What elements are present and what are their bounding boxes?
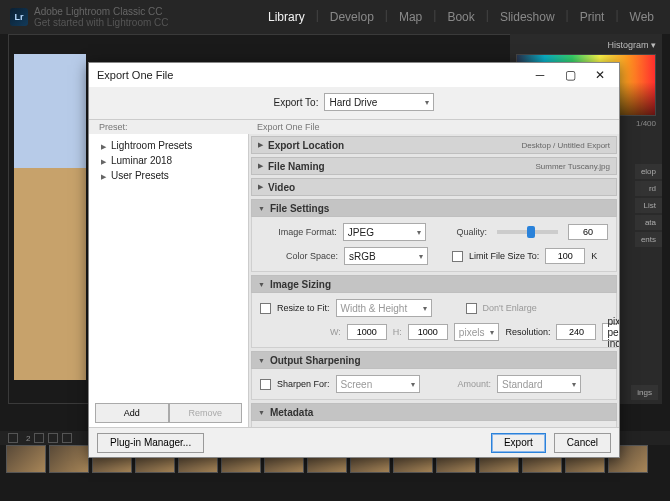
nav-slideshow[interactable]: Slideshow [494,8,561,26]
export-to-select[interactable]: Hard Drive [324,93,434,111]
app-name: Adobe Lightroom Classic CC [34,6,169,17]
preview-image [14,54,86,380]
section-output-sharpening[interactable]: ▼Output Sharpening [251,351,617,369]
dialog-title: Export One File [97,69,173,81]
section-image-sizing[interactable]: ▼Image Sizing [251,275,617,293]
sharpen-checkbox[interactable] [260,379,271,390]
preset-item[interactable]: Lightroom Presets [95,138,242,153]
side-tab[interactable]: ents [635,232,662,247]
dont-enlarge-label: Don't Enlarge [483,303,537,313]
limit-filesize-checkbox[interactable] [452,251,463,262]
cancel-button[interactable]: Cancel [554,433,611,453]
preset-item[interactable]: Luminar 2018 [95,153,242,168]
module-nav: Library| Develop| Map| Book| Slideshow| … [262,8,660,26]
view-icon[interactable] [34,433,44,443]
side-tab[interactable]: List [635,198,662,213]
app-topbar: Lr Adobe Lightroom Classic CC Get starte… [0,0,670,34]
section-video[interactable]: ▶Video [251,178,617,196]
add-preset-button[interactable]: Add [95,403,169,423]
thumb-index: 2 [26,434,30,443]
dont-enlarge-checkbox[interactable] [466,303,477,314]
sharpen-label: Sharpen For: [277,379,330,389]
nav-map[interactable]: Map [393,8,428,26]
section-metadata[interactable]: ▼Metadata [251,403,617,421]
app-subtitle: Get started with Lightroom CC [34,17,169,28]
color-space-label: Color Space: [260,251,338,261]
limit-filesize-input[interactable] [545,248,585,264]
color-space-select[interactable]: sRGB [344,247,428,265]
export-location-value: Desktop / Untitled Export [522,141,610,150]
export-dialog: Export One File ─ ▢ ✕ Export To: Hard Dr… [88,62,620,458]
section-file-naming[interactable]: ▶File NamingSummer Tuscany.jpg [251,157,617,175]
size-unit-select[interactable]: pixels [454,323,500,341]
nav-develop[interactable]: Develop [324,8,380,26]
file-naming-value: Summer Tuscany.jpg [535,162,610,171]
quality-input[interactable] [568,224,608,240]
quality-slider[interactable] [497,230,558,234]
view-icon[interactable] [62,433,72,443]
side-tab[interactable]: elop [635,164,662,179]
maximize-icon[interactable]: ▢ [559,68,581,82]
close-icon[interactable]: ✕ [589,68,611,82]
height-input[interactable] [408,324,448,340]
side-tab[interactable]: rd [635,181,662,196]
amount-label: Amount: [458,379,492,389]
sharpen-amount-select[interactable]: Standard [497,375,581,393]
resize-mode-select[interactable]: Width & Height [336,299,432,317]
limit-filesize-unit: K [591,251,597,261]
w-label: W: [330,327,341,337]
export-button[interactable]: Export [491,433,546,453]
layout-icon[interactable] [8,433,18,443]
export-to-label: Export To: [274,97,319,108]
section-file-settings[interactable]: ▼File Settings [251,199,617,217]
image-format-select[interactable]: JPEG [343,223,426,241]
view-icon[interactable] [48,433,58,443]
limit-filesize-label: Limit File Size To: [469,251,539,261]
nav-web[interactable]: Web [624,8,660,26]
resolution-label: Resolution: [505,327,550,337]
nav-print[interactable]: Print [574,8,611,26]
nav-book[interactable]: Book [441,8,480,26]
image-format-label: Image Format: [260,227,337,237]
section-export-location[interactable]: ▶Export LocationDesktop / Untitled Expor… [251,136,617,154]
resolution-unit-select[interactable]: pixels per inch [602,323,619,341]
resolution-input[interactable] [556,324,596,340]
side-tab-settings[interactable]: ings [631,385,658,400]
histogram-title[interactable]: Histogram ▾ [516,40,656,50]
side-tab[interactable]: ata [635,215,662,230]
minimize-icon[interactable]: ─ [529,68,551,82]
plugin-manager-button[interactable]: Plug-in Manager... [97,433,204,453]
preset-item[interactable]: User Presets [95,168,242,183]
presets-column-header: Preset: [99,122,128,132]
quality-label: Quality: [432,227,487,237]
resize-checkbox[interactable] [260,303,271,314]
remove-preset-button: Remove [169,403,243,423]
settings-column-header: Export One File [247,122,609,132]
h-label: H: [393,327,402,337]
sharpen-for-select[interactable]: Screen [336,375,420,393]
resize-label: Resize to Fit: [277,303,330,313]
app-logo: Lr [10,8,28,26]
nav-library[interactable]: Library [262,8,311,26]
width-input[interactable] [347,324,387,340]
